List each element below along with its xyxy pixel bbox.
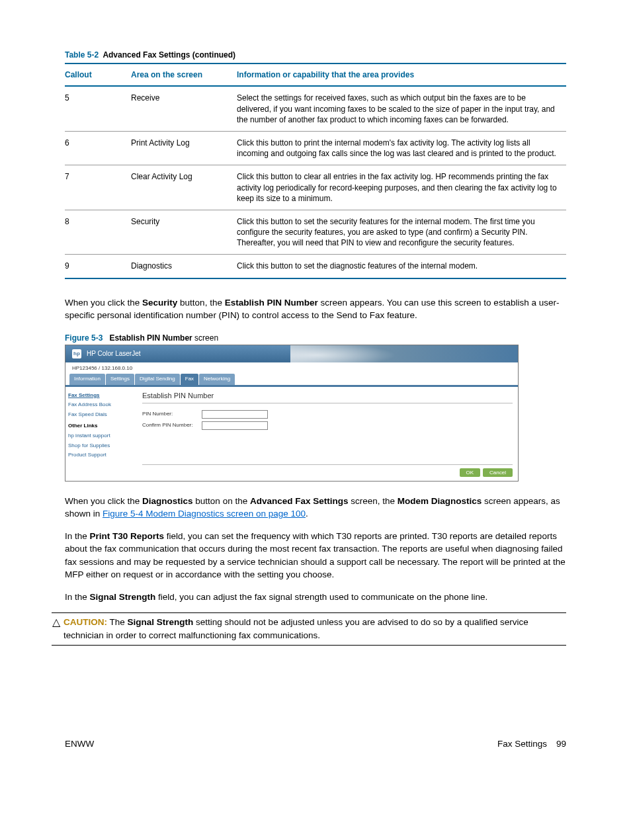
paragraph-signal-strength: In the Signal Strength field, you can ad… <box>65 591 566 604</box>
table-caption: Table 5-2 Advanced Fax Settings (continu… <box>65 50 566 60</box>
paragraph-diagnostics: When you click the Diagnostics button on… <box>65 495 566 521</box>
cell-info: Select the settings for received faxes, … <box>237 86 566 131</box>
hp-logo-icon: hp <box>72 349 81 358</box>
cell-info: Click this button to clear all entries i… <box>237 165 566 210</box>
caution-note: △ CAUTION: The Signal Strength setting s… <box>52 612 566 645</box>
cell-callout: 8 <box>65 210 131 255</box>
cell-area: Print Activity Log <box>131 131 237 165</box>
sidebar-other-links-header: Other Links <box>68 420 134 431</box>
sidebar-item-fax-address-book[interactable]: Fax Address Book <box>68 400 134 410</box>
table-row: 8 Security Click this button to set the … <box>65 210 566 255</box>
tab-information[interactable]: Information <box>69 374 105 385</box>
cell-area: Clear Activity Log <box>131 165 237 210</box>
tab-settings[interactable]: Settings <box>106 374 134 385</box>
cell-callout: 5 <box>65 86 131 131</box>
establish-pin-screenshot: hp HP Color LaserJet HP123456 / 132.168.… <box>65 345 519 482</box>
th-info: Information or capability that the area … <box>237 63 566 86</box>
cell-info: Click this button to print the internal … <box>237 131 566 165</box>
cell-callout: 6 <box>65 131 131 165</box>
cell-area: Receive <box>131 86 237 131</box>
footer-left: ENWW <box>65 738 94 750</box>
ss-actions: OK Cancel <box>142 464 513 477</box>
ss-banner-left: hp HP Color LaserJet <box>65 345 290 362</box>
cell-info: Click this button to set the diagnostic … <box>237 255 566 278</box>
sidebar-item-fax-settings[interactable]: Fax Settings <box>68 391 134 401</box>
cell-callout: 7 <box>65 165 131 210</box>
modem-diagnostics-link[interactable]: Figure 5-4 Modem Diagnostics screen on p… <box>103 509 306 519</box>
tab-networking[interactable]: Networking <box>199 374 235 385</box>
advanced-fax-settings-table: Callout Area on the screen Information o… <box>65 63 566 278</box>
table-caption-text: Advanced Fax Settings (continued) <box>101 50 235 60</box>
ok-button[interactable]: OK <box>460 468 481 477</box>
confirm-pin-input[interactable] <box>202 421 268 430</box>
ss-tabs: Information Settings Digital Sending Fax… <box>65 374 518 385</box>
ss-main: Establish PIN Number PIN Number: Confirm… <box>137 387 518 481</box>
caution-icon: △ <box>52 617 63 628</box>
ss-body: Fax Settings Fax Address Book Fax Speed … <box>65 385 518 481</box>
ss-sidebar: Fax Settings Fax Address Book Fax Speed … <box>65 387 137 481</box>
pin-number-label: PIN Number: <box>142 411 202 418</box>
cell-area: Diagnostics <box>131 255 237 278</box>
footer-section: Fax Settings <box>497 738 547 750</box>
confirm-pin-label: Confirm PIN Number: <box>142 422 202 429</box>
paragraph-security: When you click the Security button, the … <box>65 296 566 322</box>
ss-heading: Establish PIN Number <box>142 391 513 404</box>
table-row: 9 Diagnostics Click this button to set t… <box>65 255 566 278</box>
tab-digital-sending[interactable]: Digital Sending <box>135 374 180 385</box>
figure-label: Figure 5-3 <box>65 333 103 343</box>
pin-number-field: PIN Number: <box>142 410 513 419</box>
tab-fax[interactable]: Fax <box>181 374 198 385</box>
pin-number-input[interactable] <box>202 410 268 419</box>
table-row: 6 Print Activity Log Click this button t… <box>65 131 566 165</box>
ss-product-title: HP Color LaserJet <box>87 349 141 358</box>
table-row: 5 Receive Select the settings for receiv… <box>65 86 566 131</box>
cell-info: Click this button to set the security fe… <box>237 210 566 255</box>
figure-title-rest: screen <box>192 333 218 343</box>
sidebar-item-fax-speed-dials[interactable]: Fax Speed Dials <box>68 410 134 420</box>
figure-title-bold: Establish PIN Number <box>109 333 192 343</box>
caution-body: CAUTION: The Signal Strength setting sho… <box>63 616 566 642</box>
cell-area: Security <box>131 210 237 255</box>
th-area: Area on the screen <box>131 63 237 86</box>
cell-callout: 9 <box>65 255 131 278</box>
th-callout: Callout <box>65 63 131 86</box>
sidebar-item-product-support[interactable]: Product Support <box>68 450 134 460</box>
page-footer: ENWW Fax Settings 99 <box>65 738 566 750</box>
table-caption-label: Table 5-2 <box>65 50 99 60</box>
figure-caption: Figure 5-3 Establish PIN Number screen <box>65 333 566 343</box>
table-row: 7 Clear Activity Log Click this button t… <box>65 165 566 210</box>
confirm-pin-field: Confirm PIN Number: <box>142 421 513 430</box>
footer-page: 99 <box>556 738 566 750</box>
printer-image <box>290 345 518 362</box>
cancel-button[interactable]: Cancel <box>483 468 513 477</box>
caution-label: CAUTION: <box>63 617 107 627</box>
ss-address: HP123456 / 132.168.0.10 <box>65 362 518 374</box>
sidebar-item-instant-support[interactable]: hp instant support <box>68 431 134 441</box>
ss-banner: hp HP Color LaserJet <box>65 345 518 362</box>
sidebar-item-shop-supplies[interactable]: Shop for Supplies <box>68 441 134 451</box>
paragraph-t30: In the Print T30 Reports field, you can … <box>65 530 566 581</box>
